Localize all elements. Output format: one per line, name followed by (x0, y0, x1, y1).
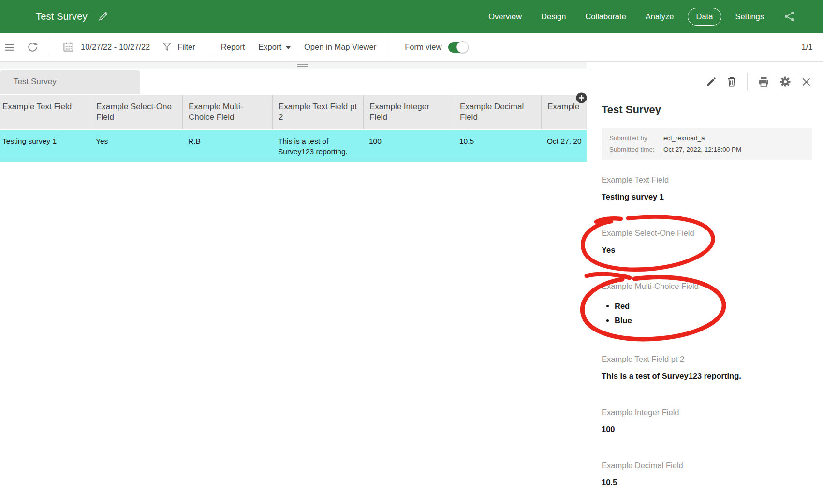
edit-pencil-icon (98, 12, 108, 22)
field-label: Example Text Field pt 2 (602, 355, 812, 364)
splitter-drag-handle[interactable] (297, 64, 308, 68)
column-header[interactable]: Example Select-One Field (90, 95, 182, 129)
list-item: Red (615, 299, 812, 313)
submitted-by-value: ecl_rexroad_a (663, 134, 705, 142)
report-button[interactable]: Report (221, 43, 245, 52)
gear-icon (780, 76, 791, 87)
column-header[interactable]: Example Multi-Choice Field (182, 95, 272, 129)
field-label: Example Text Field (602, 175, 812, 185)
table-tab-test-survey[interactable]: Test Survey (0, 70, 140, 94)
close-panel-button[interactable] (801, 77, 811, 87)
form-view-toggle[interactable] (448, 42, 468, 53)
field-example-select-one: Example Select-One Field Yes (602, 229, 812, 255)
table-row[interactable]: Testing survey 1 Yes R,B This is a test … (0, 130, 587, 162)
column-header[interactable]: Example Integer Field (363, 95, 454, 129)
nav-item-collaborate[interactable]: Collaborate (585, 12, 626, 21)
date-range-label: 10/27/22 - 10/27/22 (81, 43, 150, 52)
table-cell: This is a test of Survey123 reporting. (272, 130, 363, 162)
hamburger-icon (4, 43, 15, 52)
field-example-text-pt2: Example Text Field pt 2 This is a test o… (602, 355, 812, 381)
survey-title: Test Survey (36, 11, 88, 22)
export-label: Export (258, 43, 281, 52)
toggle-knob (456, 41, 469, 53)
field-value: 10.5 (602, 478, 812, 487)
edit-record-button[interactable] (706, 77, 716, 87)
plus-badge-icon (576, 92, 587, 103)
nav-item-design[interactable]: Design (541, 12, 566, 21)
table-cell: R,B (182, 130, 272, 162)
date-range-button[interactable]: 10/27/22 - 10/27/22 (63, 42, 150, 53)
pencil-icon (706, 77, 716, 87)
calendar-icon (63, 42, 74, 53)
app-bar: Test Survey Overview Design Collaborate … (0, 0, 823, 33)
column-header[interactable]: Example Decimal Field (454, 95, 541, 129)
submitted-time-label: Submitted time: (609, 146, 663, 153)
field-label: Example Decimal Field (602, 461, 812, 470)
nav-item-settings[interactable]: Settings (735, 12, 764, 21)
share-button[interactable] (783, 10, 796, 23)
form-view-label: Form view (405, 43, 441, 52)
field-example-multi-choice: Example Multi-Choice Field Red Blue (602, 282, 812, 328)
submission-info-box: Submitted by: ecl_rexroad_a Submitted ti… (602, 128, 812, 160)
field-example-text: Example Text Field Testing survey 1 (602, 175, 812, 202)
column-options-button[interactable] (576, 92, 587, 103)
filter-funnel-icon (162, 42, 173, 52)
open-in-map-viewer-button[interactable]: Open in Map Viewer (304, 43, 376, 52)
refresh-icon (27, 42, 38, 53)
filter-label: Filter (177, 43, 195, 52)
field-value: Yes (602, 245, 812, 255)
submitted-by-label: Submitted by: (609, 134, 663, 142)
field-value: 100 (602, 425, 812, 434)
table-cell: 10.5 (454, 130, 541, 162)
export-dropdown-button[interactable]: Export (258, 43, 291, 52)
field-example-integer: Example Integer Field 100 (602, 408, 812, 434)
trash-icon (727, 76, 736, 87)
close-icon (801, 77, 811, 87)
panel-settings-button[interactable] (780, 76, 791, 87)
table-header-row: Example Text Field Example Select-One Fi… (0, 95, 587, 129)
toolbar-divider (390, 38, 390, 57)
pane-splitter (0, 62, 587, 69)
nav-item-analyze[interactable]: Analyze (646, 12, 674, 21)
record-detail-panel: Test Survey Submitted by: ecl_rexroad_a … (591, 69, 823, 504)
printer-icon (758, 77, 769, 87)
table-cell: Testing survey 1 (0, 130, 90, 162)
records-table: Test Survey Example Text Field Example S… (0, 69, 587, 162)
refresh-button[interactable] (27, 42, 38, 53)
delete-record-button[interactable] (727, 76, 736, 87)
record-fields: Example Text Field Testing survey 1 Exam… (602, 175, 812, 487)
filter-button[interactable]: Filter (162, 42, 195, 52)
field-label: Example Integer Field (602, 408, 812, 417)
print-record-button[interactable] (758, 77, 769, 87)
submitted-time-value: Oct 27, 2022, 12:18:00 PM (663, 146, 741, 153)
table-cell: Oct 27, 20 (541, 130, 587, 162)
record-actions (602, 69, 812, 95)
share-icon (783, 10, 796, 23)
table-cell: Yes (90, 130, 182, 162)
field-label: Example Select-One Field (602, 229, 812, 238)
chevron-down-icon (286, 46, 291, 49)
actions-divider (747, 73, 748, 90)
field-example-decimal: Example Decimal Field 10.5 (602, 461, 812, 487)
field-value: This is a test of Survey123 reporting. (602, 372, 812, 381)
record-title: Test Survey (602, 103, 812, 116)
column-header[interactable]: Example Text Field (0, 95, 90, 129)
column-header[interactable]: Example Text Field pt 2 (272, 95, 363, 129)
field-label: Example Multi-Choice Field (602, 282, 812, 291)
rename-survey-button[interactable] (98, 12, 108, 22)
menu-button[interactable] (4, 43, 15, 52)
workspace: Test Survey Example Text Field Example S… (0, 69, 823, 504)
multi-choice-list: Red Blue (602, 299, 812, 328)
field-value: Testing survey 1 (602, 192, 812, 202)
data-toolbar: 10/27/22 - 10/27/22 Filter Report Export… (0, 33, 823, 62)
nav-item-data-active[interactable]: Data (688, 8, 722, 26)
toolbar-divider (50, 38, 50, 57)
main-nav: Overview Design Collaborate Analyze Data… (488, 8, 823, 26)
nav-item-overview[interactable]: Overview (488, 12, 522, 21)
page-indicator: 1/1 (801, 43, 813, 52)
table-cell: 100 (363, 130, 454, 162)
toolbar-divider (209, 38, 209, 57)
list-item: Blue (615, 313, 812, 328)
